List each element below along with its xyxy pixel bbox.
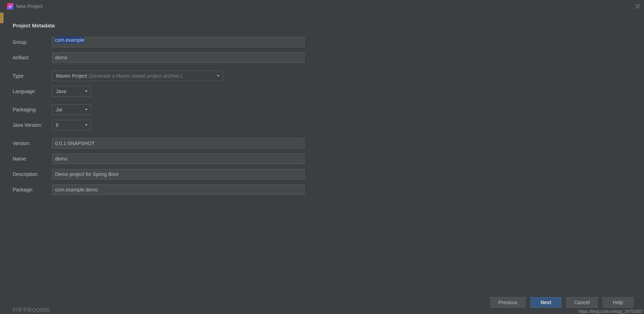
chevron-down-icon [85,107,88,112]
cancel-button[interactable]: Cancel [566,297,598,308]
group-input[interactable]: com.example [52,37,304,47]
java-version-dropdown-value: 8 [56,122,59,128]
intellij-icon: IJ [7,3,13,9]
row-version: Version: [13,138,631,149]
label-java-version: Java Version: [13,122,52,128]
java-version-dropdown[interactable]: 8 [52,120,91,130]
description-input[interactable] [52,169,304,179]
dialog-footer: Previous Next Cancel Help [490,297,633,308]
row-group: Group: com.example [13,37,631,47]
row-language: Language: Java [13,86,631,97]
label-language: Language: [13,89,52,94]
chevron-down-icon [85,122,88,128]
row-type: Type: Maven Project (Generate a Maven ba… [13,71,631,81]
language-dropdown-value: Java [56,89,66,94]
packaging-dropdown[interactable]: Jar [52,104,91,115]
label-group: Group: [13,39,52,45]
titlebar: IJ New Project [0,0,644,13]
row-packaging: Packaging: Jar [13,104,631,115]
language-dropdown[interactable]: Java [52,86,91,97]
chevron-down-icon [216,73,220,79]
close-button[interactable] [635,4,640,9]
label-name: Name: [13,156,52,162]
next-button[interactable]: Next [530,297,561,308]
label-description: Description: [13,171,52,177]
type-dropdown[interactable]: Maven Project (Generate a Maven based pr… [52,71,223,81]
close-icon [635,4,640,9]
row-package: Package: [13,184,631,195]
help-button[interactable]: Help [603,297,633,308]
left-margin-indicator [0,13,4,23]
version-input[interactable] [52,138,304,149]
dialog-body: Project Metadata Group: com.example Arti… [0,13,644,224]
row-java-version: Java Version: 8 [13,120,631,130]
section-title: Project Metadata [13,22,631,28]
titlebar-left: IJ New Project [7,3,42,9]
group-input-selection: com.example [55,37,84,43]
previous-button[interactable]: Previous [490,297,525,308]
packaging-dropdown-value: Jar [56,107,62,112]
watermark-text: https://blog.csdn.net/qq_29752857 [579,309,643,314]
chevron-down-icon [85,89,88,94]
background-text: 打开手机QQ扫码 [13,307,50,313]
row-description: Description: [13,169,631,179]
row-artifact: Artifact: [13,52,631,63]
artifact-input[interactable] [52,52,304,63]
row-name: Name: [13,153,631,164]
label-packaging: Packaging: [13,107,52,112]
type-dropdown-value: Maven Project [56,73,87,79]
label-package: Package: [13,187,52,192]
type-dropdown-hint: (Generate a Maven based project archive.… [88,73,182,79]
label-version: Version: [13,140,52,146]
window-title: New Project [16,4,42,9]
label-artifact: Artifact: [13,55,52,60]
label-type: Type: [13,73,52,79]
package-input[interactable] [52,184,304,195]
name-input[interactable] [52,153,304,164]
